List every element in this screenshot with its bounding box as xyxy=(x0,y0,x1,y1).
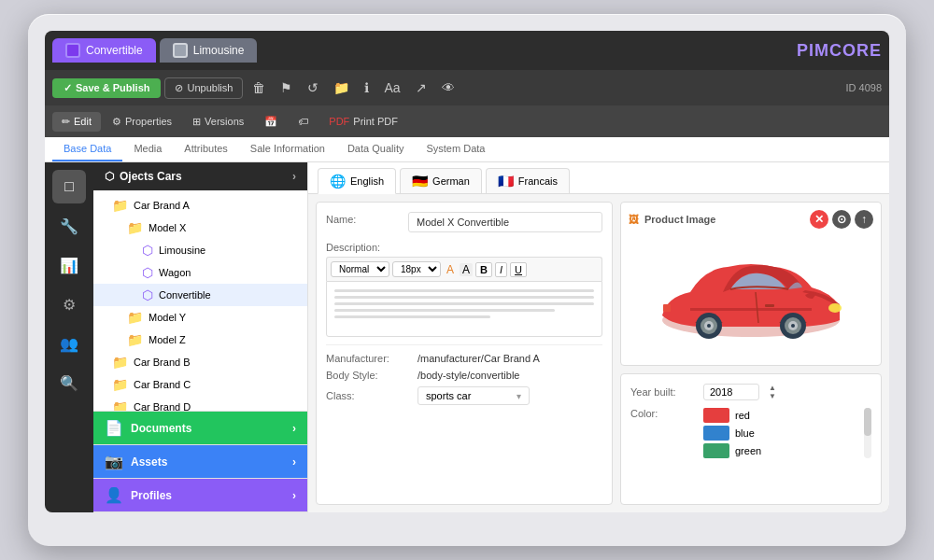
eye-icon[interactable]: 👁 xyxy=(436,77,460,99)
edit-tab[interactable]: ✏ Edit xyxy=(52,112,101,132)
form-panel: Name: Description: Normal xyxy=(316,202,613,505)
sliders-icon: ⚙ xyxy=(112,116,121,128)
tab-icon-limousine xyxy=(173,43,188,58)
pdf-icon: PDF xyxy=(329,116,349,127)
expand-arrow[interactable]: › xyxy=(292,170,296,183)
sale-info-tab[interactable]: Sale Information xyxy=(239,137,336,161)
tree-item-car-brand-c[interactable]: 📁 Car Brand C xyxy=(93,373,307,396)
color-label: Color: xyxy=(630,408,696,419)
bottom-fields: Manufacturer: /manufacturer/Car Brand A … xyxy=(326,344,602,405)
cube-icon: ⬡ xyxy=(142,243,153,258)
sidebar-search-icon[interactable]: 🔍 xyxy=(52,366,86,399)
tree-item-limousine[interactable]: ⬡ Limousine xyxy=(93,239,307,261)
name-input[interactable] xyxy=(408,212,602,232)
folder-icon[interactable]: 📁 xyxy=(328,77,355,99)
media-tab[interactable]: Media xyxy=(122,137,173,161)
data-quality-tab[interactable]: Data Quality xyxy=(336,137,416,161)
bottom-nav: 📄 Documents › 📷 Assets › 👤 Profiles › xyxy=(93,411,307,512)
system-data-tab[interactable]: System Data xyxy=(415,137,496,161)
svg-point-10 xyxy=(828,303,842,313)
check-icon: ✓ xyxy=(64,82,72,94)
chevron-down-icon: ▾ xyxy=(517,391,521,401)
flag-icon[interactable]: ⚑ xyxy=(275,77,298,99)
tree-item-convertible[interactable]: ⬡ Convertible xyxy=(93,284,307,306)
sidebar-settings-icon[interactable]: ⚙ xyxy=(52,287,86,321)
tree-item-car-brand-b[interactable]: 📁 Car Brand B xyxy=(93,351,307,373)
color-swatch-green xyxy=(703,443,729,458)
pdf-tab[interactable]: PDF Print PDF xyxy=(319,112,407,131)
properties-tab[interactable]: ⚙ Properties xyxy=(103,112,181,132)
trash-icon[interactable]: 🗑 xyxy=(247,77,271,99)
sidebar-tools-icon[interactable]: 🔧 xyxy=(52,209,86,243)
main-content: □ 🔧 📊 ⚙ 👥 🔍 ⬡ Ojects Cars › 📁 xyxy=(45,162,889,512)
italic-button[interactable]: I xyxy=(495,262,507,277)
description-editor[interactable] xyxy=(326,281,602,337)
save-publish-button[interactable]: ✓ Save & Publish xyxy=(52,78,161,98)
tag-tab[interactable]: 🏷 xyxy=(289,112,318,131)
folder-yellow-icon: 📁 xyxy=(127,332,143,347)
translate-icon[interactable]: Aa xyxy=(378,77,405,99)
lang-tab-english[interactable]: 🌐 English xyxy=(318,168,396,194)
refresh-icon[interactable]: ↺ xyxy=(302,77,324,99)
tab-limousine[interactable]: Limousine xyxy=(160,38,258,63)
class-select[interactable]: sports car ▾ xyxy=(417,386,530,405)
underline-button[interactable]: U xyxy=(510,262,527,277)
info-icon[interactable]: ℹ xyxy=(359,77,375,99)
upload-icon[interactable]: ↑ xyxy=(855,210,873,229)
color-scrollbar[interactable] xyxy=(864,408,871,458)
cube-icon: ⬡ xyxy=(105,170,114,183)
calendar-tab[interactable]: 📅 xyxy=(255,112,287,132)
secondary-toolbar: ✏ Edit ⚙ Properties ⊞ Versions 📅 🏷 PDF P… xyxy=(45,105,889,137)
image-panel-header: 🖼 Product Image ✕ ⊙ ↑ xyxy=(629,210,873,229)
format-select[interactable]: Normal xyxy=(331,261,389,277)
tree-item-model-z[interactable]: 📁 Model Z xyxy=(93,329,307,351)
nav-arrow-assets: › xyxy=(292,455,296,469)
car-image xyxy=(648,241,854,353)
tab-convertible[interactable]: Convertible xyxy=(52,38,156,63)
color-section: red blue green xyxy=(703,408,871,458)
profiles-nav[interactable]: 👤 Profiles › xyxy=(93,479,307,512)
scrollbar-thumb xyxy=(864,408,871,436)
remove-image-button[interactable]: ✕ xyxy=(810,210,828,229)
unpublish-button[interactable]: ⊘ Unpublish xyxy=(164,77,243,99)
external-link-icon[interactable]: ↗ xyxy=(410,77,432,99)
sidebar-users-icon[interactable]: 👥 xyxy=(52,327,86,360)
size-select[interactable]: 18px xyxy=(392,261,441,277)
assets-nav[interactable]: 📷 Assets › xyxy=(93,445,307,479)
tree-item-car-brand-a[interactable]: 📁 Car Brand A xyxy=(93,194,307,217)
lang-tab-german[interactable]: 🇩🇪 German xyxy=(400,168,482,193)
target-icon[interactable]: ⊙ xyxy=(832,210,851,229)
color-item-red[interactable]: red xyxy=(703,408,860,423)
tree-item-car-brand-d[interactable]: 📁 Car Brand D xyxy=(93,396,307,411)
tree-item-model-x[interactable]: 📁 Model X xyxy=(93,217,307,239)
document-icon: 📄 xyxy=(105,419,123,437)
color-item-blue[interactable]: blue xyxy=(703,426,860,441)
year-built-input[interactable] xyxy=(703,384,759,400)
year-built-row: Year built: ▲▼ xyxy=(630,384,871,400)
tree-item-wagon[interactable]: ⬡ Wagon xyxy=(93,261,307,284)
language-tab-bar: 🌐 English 🇩🇪 German 🇫🇷 Francais xyxy=(308,162,889,194)
toolbar: ✓ Save & Publish ⊘ Unpublish 🗑 ⚑ ↺ 📁 ℹ A… xyxy=(45,70,889,105)
sidebar-objects-icon[interactable]: □ xyxy=(52,170,86,203)
color-list: red blue green xyxy=(703,408,860,458)
image-icon: 🖼 xyxy=(629,214,639,225)
attributes-tab[interactable]: Attributes xyxy=(173,137,238,161)
svg-rect-12 xyxy=(765,304,774,307)
person-icon: 👤 xyxy=(105,486,123,504)
pimcore-logo: PIMCORE xyxy=(797,41,882,61)
sidebar-chart-icon[interactable]: 📊 xyxy=(52,248,86,282)
ban-icon: ⊘ xyxy=(175,82,183,94)
highlight-icon[interactable]: A xyxy=(460,263,473,276)
bold-button[interactable]: B xyxy=(475,262,492,277)
font-color-icon[interactable]: A xyxy=(444,263,457,276)
color-item-green[interactable]: green xyxy=(703,443,860,458)
documents-nav[interactable]: 📄 Documents › xyxy=(93,412,307,445)
panel-header: ⬡ Ojects Cars › xyxy=(93,162,307,190)
versions-tab[interactable]: ⊞ Versions xyxy=(183,112,253,132)
tree-item-model-y[interactable]: 📁 Model Y xyxy=(93,306,307,329)
lang-tab-francais[interactable]: 🇫🇷 Francais xyxy=(486,168,570,193)
svg-point-9 xyxy=(791,324,795,328)
year-spinners[interactable]: ▲▼ xyxy=(769,384,776,400)
pencil-icon: ✏ xyxy=(62,116,70,128)
base-data-tab[interactable]: Base Data xyxy=(52,137,122,161)
